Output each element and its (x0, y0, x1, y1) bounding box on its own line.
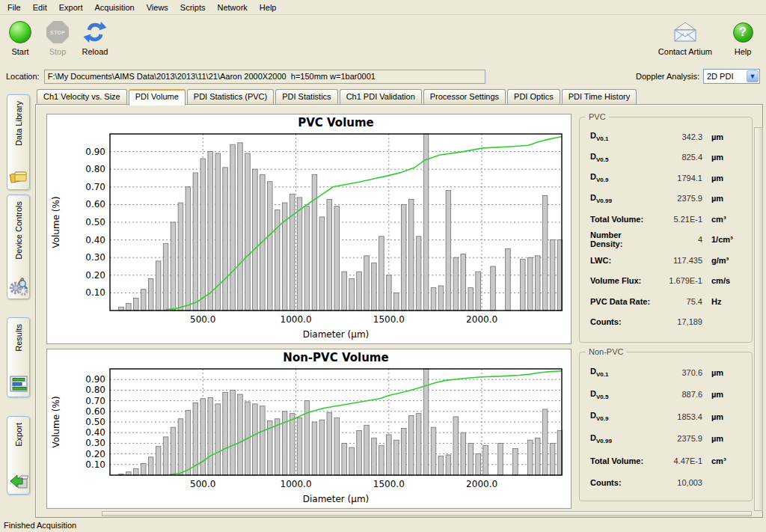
app-window: { "menu": { "items": ["File", "Edit", "E… (0, 0, 766, 532)
stat-label: DV0.5 (590, 152, 655, 163)
menu-item-network[interactable]: Network (211, 1, 253, 14)
svg-text:0.10: 0.10 (85, 287, 105, 298)
svg-text:0.20: 0.20 (85, 449, 105, 459)
stat-row: Counts:17,189 (580, 312, 752, 333)
stat-value: 1794.1 (655, 174, 702, 183)
chevron-down-icon[interactable]: ▼ (747, 70, 759, 82)
stat-value: 75.4 (655, 297, 702, 306)
stat-row: DV0.91853.4µm (580, 406, 752, 428)
tab-pdi-optics[interactable]: PDI Optics (507, 89, 560, 104)
tab-ch1-velocity-vs-size[interactable]: Ch1 Velocity vs. Size (37, 89, 127, 104)
y-axis-label: Volume (%) (51, 396, 61, 447)
location-label: Location: (6, 72, 40, 81)
doppler-analysis-value: 2D PDI (707, 72, 733, 81)
export-arrow-icon (9, 471, 28, 491)
groupbox-title: PVC (586, 112, 609, 121)
pvc-volume-chart: 0.100.200.300.400.500.600.700.800.90500.… (46, 114, 572, 344)
stat-unit: Hz (711, 297, 746, 306)
tab-pdi-volume[interactable]: PDI Volume (129, 89, 186, 106)
stat-label: LWC: (590, 256, 655, 265)
stat-unit: µm (711, 194, 746, 203)
main-area: Data Library Device Controls Results (0, 88, 766, 518)
non-pvc-volume-chart: 0.100.200.300.400.500.600.700.800.90500.… (46, 349, 572, 509)
stat-label: DV0.9 (590, 172, 655, 183)
menu-item-views[interactable]: Views (141, 1, 174, 14)
sidebar-item-label: Export (14, 423, 23, 447)
sidebar-item-device-controls[interactable]: Device Controls (7, 195, 30, 299)
help-icon: ? (733, 22, 753, 43)
stat-label: DV0.5 (590, 389, 655, 400)
sidebar-item-data-library[interactable]: Data Library (7, 94, 30, 190)
stat-value: 887.6 (655, 390, 702, 399)
stat-unit: µm (711, 390, 746, 399)
svg-text:0.80: 0.80 (85, 385, 105, 395)
pvc-stats-groupbox: PVC DV0.1342.3µmDV0.5825.4µmDV0.91794.1µ… (579, 117, 753, 343)
svg-text:0.30: 0.30 (85, 252, 105, 263)
tab-pdi-time-history[interactable]: PDI Time History (562, 89, 637, 104)
sidebar-item-export[interactable]: Export (7, 416, 30, 495)
menu-item-file[interactable]: File (1, 1, 27, 14)
gears-icon (9, 276, 28, 296)
stat-value: 342.3 (655, 132, 702, 141)
chart-title: Non-PVC Volume (283, 351, 388, 364)
reload-button[interactable]: Reload (81, 19, 109, 56)
svg-text:2000.0: 2000.0 (466, 314, 497, 325)
tab-pdi-statistics[interactable]: PDI Statistics (275, 89, 337, 104)
menu-item-help[interactable]: Help (254, 1, 283, 14)
status-bar: Finished Acquisition (0, 518, 766, 532)
tab-ch1-pdi-validation[interactable]: Ch1 PDI Validation (340, 89, 422, 104)
stat-label: DV0.1 (590, 131, 655, 142)
stat-value: 2375.9 (655, 434, 702, 443)
contact-artium-button[interactable]: Contact Artium (658, 19, 712, 56)
menu-item-acquisition[interactable]: Acquisition (89, 1, 141, 14)
stat-unit: µm (711, 412, 746, 421)
stat-unit: g/m³ (711, 256, 746, 265)
svg-text:0.50: 0.50 (85, 217, 105, 227)
x-axis-label: Diameter (µm) (303, 494, 370, 504)
stat-label: DV0.9 (590, 411, 655, 422)
stat-label: DV0.99 (590, 433, 655, 444)
sidebar-item-results[interactable]: Results (7, 317, 30, 397)
status-text: Finished Acquisition (4, 521, 76, 530)
start-icon (9, 21, 31, 43)
stat-label: Volume Flux: (590, 276, 655, 285)
doppler-analysis-select[interactable]: 2D PDI ▼ (703, 69, 760, 84)
stop-button[interactable]: STOP Stop (43, 19, 72, 56)
menu-item-edit[interactable]: Edit (27, 1, 53, 14)
chart-svg: 0.100.200.300.400.500.600.700.800.90500.… (47, 349, 571, 508)
stat-row: DV0.1342.3µm (580, 126, 752, 147)
tab-processor-settings[interactable]: Processor Settings (423, 89, 506, 104)
stat-unit: µm (711, 368, 746, 377)
svg-text:0.90: 0.90 (85, 147, 105, 157)
x-axis-label: Diameter (µm) (303, 329, 370, 340)
location-bar: Location: Doppler Analysis: 2D PDI ▼ (0, 64, 766, 88)
stat-label: Total Volume: (590, 456, 655, 465)
location-input[interactable] (44, 70, 485, 84)
stat-label: DV0.99 (590, 193, 655, 204)
help-button-label: Help (735, 47, 752, 56)
help-button[interactable]: ? Help (729, 19, 757, 56)
stat-unit: µm (711, 434, 746, 443)
vertical-scrollbar[interactable] (754, 127, 763, 511)
tab-control: Ch1 Velocity vs. SizePDI VolumePDI Stati… (35, 88, 763, 518)
svg-text:0.20: 0.20 (85, 270, 105, 281)
svg-text:1500.0: 1500.0 (373, 314, 405, 325)
stat-row: DV0.992375.9µm (580, 189, 752, 210)
menu-item-scripts[interactable]: Scripts (174, 1, 212, 14)
tab-pdi-statistics-pvc-[interactable]: PDI Statistics (PVC) (187, 89, 274, 104)
svg-text:1000.0: 1000.0 (281, 479, 312, 489)
stat-unit: µm (711, 153, 746, 162)
stat-row: PVC Data Rate:75.4Hz (580, 291, 752, 312)
stat-row: LWC:117.435g/m³ (580, 250, 752, 271)
menu-item-export[interactable]: Export (53, 1, 89, 14)
stat-row: DV0.992375.9µm (580, 428, 752, 450)
svg-text:0.10: 0.10 (85, 459, 105, 470)
start-button[interactable]: Start (6, 19, 34, 56)
tab-content: 0.100.200.300.400.500.600.700.800.90500.… (35, 104, 763, 518)
stat-row: Counts:10,003 (580, 472, 752, 495)
horizontal-scrollbar[interactable] (102, 511, 752, 516)
svg-text:0.70: 0.70 (85, 396, 105, 406)
stat-label: DV0.1 (590, 367, 655, 378)
sidebar-item-label: Data Library (14, 101, 23, 146)
stat-value: 5.21E-1 (655, 215, 702, 224)
